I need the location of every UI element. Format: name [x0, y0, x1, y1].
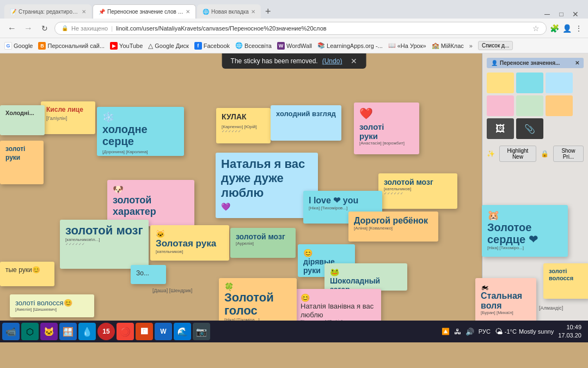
tab-close-canvas[interactable]: ✕: [186, 9, 190, 15]
sticky-author: [Анастасія] [ворожбит]: [359, 141, 414, 146]
bookmark-youtube[interactable]: ▶ YouTube: [110, 42, 143, 50]
thumb-4[interactable]: [487, 95, 514, 116]
bookmark-blogger[interactable]: B Персональний сай...: [38, 42, 105, 50]
taskbar-cat-icon[interactable]: 🐱: [40, 323, 58, 340]
address-text: linoit.com/users/NataliyaKravets/canvase…: [116, 25, 529, 32]
reload-button[interactable]: ↻: [38, 24, 51, 33]
sticky-author: [Доронина] [Каролина]: [102, 149, 179, 154]
sticky-stalynaya-volya[interactable]: 🏍 Стальнаяволя [Буран] [Михаїл]: [475, 278, 536, 321]
taskbar-clock[interactable]: 10:49 17.03.20: [558, 323, 581, 340]
taskbar-word-icon[interactable]: W: [155, 323, 172, 340]
browser-minimize[interactable]: ─: [541, 10, 553, 19]
sticky-dorogoy-rebenok[interactable]: Дорогой ребёнок [Аліна] [Коваленко]: [348, 212, 438, 242]
thumb-8[interactable]: 📎: [516, 118, 543, 139]
thumb-6[interactable]: [546, 95, 573, 116]
forward-button[interactable]: →: [22, 23, 35, 33]
tray-arrows-icon[interactable]: 🔼: [442, 328, 450, 335]
browser-maximize[interactable]: □: [555, 10, 567, 18]
panel-close-icon[interactable]: ✕: [575, 60, 579, 66]
more-bookmarks-button[interactable]: »: [469, 43, 473, 49]
sticky-zoloti-volossy-right[interactable]: золотіволосся: [543, 263, 588, 299]
thumb-1[interactable]: [487, 73, 514, 93]
new-tab-button[interactable]: +: [262, 6, 274, 17]
sticky-zolotoy-golos-orange[interactable]: 🍀 Золотойголос [Ніка] [Тіхоміра...]: [219, 278, 297, 321]
sticky-text: КУЛАК: [222, 112, 265, 121]
bookmark-myklas[interactable]: 🏫 МійКлас: [432, 42, 464, 49]
sticky-nataliya-lyublyu[interactable]: 😊 Наталія Іванівна я вас люблю [Касьянен…: [295, 289, 381, 321]
weather-temp: -1°C: [505, 328, 517, 335]
sticky-tye-ruky[interactable]: тые руки😊: [0, 262, 54, 286]
browser-close[interactable]: ✕: [569, 10, 581, 19]
tab-newtab[interactable]: 🌐 Новая вкладка ✕: [197, 4, 261, 19]
tab-close-editing[interactable]: ✕: [82, 9, 86, 15]
sticky-author: [Буран] [Михаїл]: [481, 310, 531, 315]
sticky-zolotoe-serdce-right[interactable]: 🐹 Золотоесердце ❤ [Ніка] [Тихоміро...]: [482, 205, 568, 257]
show-print-button[interactable]: Show Pri...: [553, 146, 584, 162]
sticky-text: холоднесерце: [102, 123, 179, 147]
sticky-natalya-text[interactable]: Наталья я васдуже дуже люблю 💜: [216, 153, 318, 218]
sticky-holodni[interactable]: Холодні...: [0, 105, 45, 135]
tab-editing[interactable]: 📝 Страница: редактирование ✕: [4, 4, 91, 19]
bookmark-google[interactable]: G Google: [4, 42, 33, 50]
sticky-zoloti-volossy[interactable]: золоті волосся😊 [Амелія] [Шишкевич]: [10, 294, 94, 317]
bookmark-vseosvita[interactable]: 🌐 Всеосвіта: [235, 42, 272, 49]
taskbar-widget-icon[interactable]: ⬡: [21, 323, 39, 340]
taskbar-edge-icon[interactable]: 🌊: [174, 323, 191, 340]
bookmark-learningapps[interactable]: 📚 LearningApps.org -...: [317, 42, 383, 49]
not-secure-label: Не захищено: [71, 25, 108, 32]
bookmark-star[interactable]: ☆: [532, 24, 540, 33]
bookmark-wordwall[interactable]: W WordWall: [277, 42, 312, 50]
sticky-zoloti-ruky-left[interactable]: золотіруки: [0, 141, 44, 184]
tray-volume-icon[interactable]: 🔊: [465, 328, 474, 336]
sticky-emoji-icon: 😊: [303, 249, 350, 257]
thumb-3[interactable]: [546, 73, 573, 93]
sticky-author: [Амелія] [Шишкевич]: [15, 307, 89, 312]
taskbar-opera-icon[interactable]: ⭕: [117, 323, 134, 340]
profile-button[interactable]: 👤: [562, 24, 572, 33]
sticky-kulak[interactable]: КУЛАК [Карпенко] [Юрій] ✓✓✓✓✓✓: [216, 108, 271, 143]
taskbar-pp-icon[interactable]: 🅿: [136, 323, 153, 340]
sticky-kisle-lice[interactable]: Кисле лице [Галіулін]: [41, 101, 95, 134]
tray-network-icon[interactable]: 🖧: [454, 328, 461, 336]
bookmark-naurok[interactable]: 📖 «На Урок»: [388, 42, 426, 49]
sticky-zo-partial[interactable]: Зо...: [131, 265, 166, 284]
sticky-shokolad[interactable]: 🐸 Шоколадный загар: [324, 263, 407, 291]
sticky-dasha-label: [Даша] [Шендрик]: [152, 288, 192, 293]
taskbar-camera-icon[interactable]: 📷: [193, 323, 210, 340]
sticky-zolotoy-mozg-small[interactable]: золотой мозг [Аурелія]: [230, 228, 296, 258]
sticky-zolotaya-ruka[interactable]: 🐱 Золотая рука [кательников]: [150, 225, 229, 261]
bookmark-gdrive[interactable]: △ Google Диск: [148, 42, 188, 50]
notification-undo[interactable]: (Undo): [322, 57, 342, 65]
sticky-bike-icon: 🏍: [481, 282, 531, 291]
notification-close-icon[interactable]: ✕: [351, 57, 357, 65]
address-bar[interactable]: 🔒 Не захищено | linoit.com/users/Nataliy…: [54, 22, 547, 35]
bookmarks-list-button[interactable]: Список д...: [478, 41, 513, 50]
sticky-holodne-serce[interactable]: ❄️ холоднесерце [Доронина] [Каролина]: [97, 107, 184, 156]
sticky-zolotoy-mozg-right[interactable]: золотой мозг [кательников] ✓✓✓✓✓✓: [378, 173, 457, 209]
taskbar-badge-icon[interactable]: 15: [97, 323, 115, 340]
tab-close-newtab[interactable]: ✕: [251, 9, 255, 15]
back-button[interactable]: ←: [5, 23, 19, 33]
canvas-area[interactable]: The sticky has been removed. (Undo) ✕ 👤 …: [0, 53, 588, 321]
settings-button[interactable]: ⋮: [575, 24, 583, 33]
taskbar-zoom-icon[interactable]: 📹: [2, 323, 20, 340]
sticky-zoloti-ruky-1[interactable]: ❤️ золотіруки [Анастасія] [ворожбит]: [354, 102, 419, 154]
sticky-dots: ✓✓✓✓✓✓: [65, 242, 143, 246]
bookmark-facebook-label: Facebook: [204, 43, 230, 49]
taskbar-system-tray: 🔼 🖧 🔊 РУС 🌤 -1°C Mostly sunny 10:49 17.0…: [437, 323, 586, 340]
extensions-button[interactable]: 🧩: [550, 24, 559, 33]
thumb-2[interactable]: [516, 73, 543, 93]
thumb-7[interactable]: 🖼: [487, 118, 514, 139]
highlight-new-button[interactable]: Highlight New: [499, 146, 536, 162]
sticky-zolotoy-mozg-main[interactable]: золотой мозг [кательников\n...] ✓✓✓✓✓✓: [60, 220, 149, 269]
tray-language[interactable]: РУС: [479, 328, 491, 335]
bookmark-facebook[interactable]: f Facebook: [194, 42, 230, 50]
taskbar-windows-icon[interactable]: 🪟: [59, 323, 77, 340]
panel-header: 👤 Переносне значення... ✕: [487, 58, 584, 68]
sticky-text: Золотойголос: [224, 291, 291, 317]
address-separator: |: [111, 25, 113, 32]
sticky-holodnyi-vzhliad[interactable]: холодний взгляд: [271, 105, 341, 141]
thumb-5[interactable]: [516, 95, 543, 116]
taskbar-water-icon[interactable]: 💧: [78, 323, 96, 340]
tab-canvas[interactable]: 📌 Переносное значение слов - li... ✕: [93, 4, 196, 19]
